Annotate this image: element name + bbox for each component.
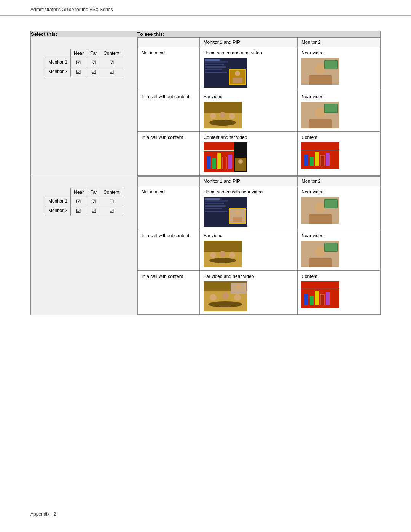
- svg-rect-8: [233, 78, 242, 83]
- section1-select: Near Far Content Monitor 1 ☑ ☑ ☑ Monitor…: [31, 37, 137, 176]
- s2-row-in-call-no-content: In a call without content Far video: [138, 230, 380, 271]
- s2-mon2-2-desc: Near video: [301, 233, 376, 238]
- s2-situation-3: In a call with content: [138, 271, 200, 315]
- s1-mon2-2-desc: Near video: [301, 94, 376, 99]
- s2-mon1-2: Far video: [199, 230, 298, 271]
- s1-mon1-1: Home screen and near video: [199, 47, 298, 91]
- svg-point-63: [229, 252, 235, 258]
- svg-rect-3: [205, 66, 226, 68]
- svg-rect-45: [205, 203, 224, 204]
- near-col-header-2: Near: [70, 188, 87, 197]
- near-col-header: Near: [70, 49, 87, 58]
- far-col-header: Far: [87, 49, 100, 58]
- homescreen-near-image: [204, 197, 247, 227]
- page-footer: Appendix - 2: [30, 511, 56, 517]
- s2-situation-1: Not in a call: [138, 186, 200, 230]
- s1-mon1-3-desc: Content and far video: [204, 135, 294, 140]
- svg-point-7: [235, 71, 240, 76]
- svg-rect-57: [325, 200, 337, 208]
- table-header-row: Select this: To see this:: [31, 31, 381, 37]
- svg-point-72: [210, 294, 217, 301]
- content-far-image-1: [204, 142, 247, 172]
- s2-mon1-2-desc: Far video: [204, 233, 294, 238]
- s2-monitor2-label: Monitor 2: [45, 206, 70, 216]
- s2-monitor1-row: Monitor 1 ☑ ☑ ☐: [45, 197, 123, 206]
- svg-rect-4: [205, 69, 222, 70]
- content-col-header-2: Content: [100, 188, 123, 197]
- content-image-2: [301, 281, 339, 308]
- svg-rect-52: [205, 198, 220, 200]
- svg-point-17: [209, 120, 236, 126]
- s2-mon1-near-check: ☑: [70, 197, 87, 206]
- svg-rect-48: [205, 211, 227, 212]
- select-header: Select this:: [31, 31, 137, 37]
- s2-mon2-label: Monitor 2: [298, 177, 380, 186]
- s2-mon2-1: Near video: [298, 186, 380, 230]
- main-table: Select this: To see this: Near Far Conte…: [30, 31, 381, 315]
- svg-point-60: [209, 258, 236, 263]
- section2-see: Monitor 1 and PIP Monitor 2 Not in a cal…: [137, 176, 381, 315]
- s1-mon2-1: Near video: [298, 47, 380, 91]
- svg-rect-1: [205, 61, 228, 63]
- svg-rect-51: [233, 217, 242, 222]
- svg-point-35: [238, 159, 243, 164]
- svg-rect-42: [326, 153, 330, 166]
- s2-row-not-in-call: Not in a call Home screen with near vide…: [138, 186, 380, 230]
- far-video-image-2: [204, 241, 242, 267]
- s2-mon2-2: Near video: [298, 230, 380, 271]
- monitor2-row: Monitor 2 ☑ ☑ ☑: [45, 67, 123, 77]
- svg-point-22: [315, 107, 326, 118]
- s1-situation-3: In a call with content: [138, 132, 200, 176]
- svg-point-62: [220, 251, 226, 257]
- svg-rect-30: [212, 158, 216, 169]
- s1-situation-2: In a call without content: [138, 91, 200, 132]
- svg-rect-47: [205, 208, 222, 209]
- page-content: Select this: To see this: Near Far Conte…: [0, 16, 411, 330]
- s2-mon1-pip-label: Monitor 1 and PIP: [199, 177, 298, 186]
- s2-mon1-content-check: ☐: [100, 197, 123, 206]
- far-video-image-1: [204, 102, 242, 128]
- monitor1-label: Monitor 1: [45, 58, 70, 67]
- near-video-image-4: [301, 241, 339, 267]
- section1-row: Near Far Content Monitor 1 ☑ ☑ ☑ Monitor…: [31, 37, 381, 176]
- s1-mon2-2: Near video: [298, 91, 380, 132]
- svg-rect-55: [309, 214, 332, 224]
- s1-mon1-2-desc: Far video: [204, 94, 294, 99]
- s2-mon2-1-desc: Near video: [301, 189, 376, 195]
- svg-rect-46: [205, 205, 226, 207]
- mon2-near-check: ☑: [70, 67, 87, 77]
- svg-rect-44: [205, 200, 228, 202]
- s1-mon1-3: Content and far video: [199, 132, 298, 176]
- s2-mon1-3: Far video and near video: [199, 271, 298, 315]
- svg-point-76: [236, 284, 241, 289]
- svg-rect-66: [309, 258, 332, 267]
- section1-see: Monitor 1 and PIP Monitor 2 Not in a cal…: [137, 37, 381, 176]
- s2-mon2-3-desc: Content: [301, 274, 376, 279]
- mon1-near-check: ☑: [70, 58, 87, 67]
- svg-rect-14: [325, 61, 337, 69]
- s2-mon2-near-check: ☑: [70, 206, 87, 216]
- section2-row: Near Far Content Monitor 1 ☑ ☑ ☐ Monitor…: [31, 176, 381, 315]
- s1-mon2-3-desc: Content: [301, 135, 376, 140]
- svg-rect-38: [304, 155, 308, 166]
- svg-point-11: [315, 63, 326, 74]
- svg-rect-12: [309, 75, 332, 85]
- svg-rect-9: [205, 59, 220, 61]
- svg-rect-25: [325, 104, 337, 112]
- section2-inner-table: Near Far Content Monitor 1 ☑ ☑ ☐ Monitor…: [45, 188, 123, 216]
- s2-mon1-1: Home screen with near video: [199, 186, 298, 230]
- s2-mon2-content-check: ☑: [100, 206, 123, 216]
- section1-see-table: Monitor 1 and PIP Monitor 2 Not in a cal…: [137, 37, 380, 176]
- section1-subheader: Monitor 1 and PIP Monitor 2: [138, 38, 380, 47]
- header-title: Administrator's Guide for the VSX Series: [30, 7, 113, 12]
- svg-rect-33: [228, 155, 232, 169]
- s1-row-in-call-content: In a call with content Content and far v…: [138, 132, 380, 176]
- svg-point-50: [235, 210, 240, 215]
- svg-rect-32: [223, 157, 226, 169]
- s2-mon1-far-check: ☑: [87, 197, 100, 206]
- s1-mon2-3: Content: [298, 132, 380, 176]
- s1-mon2-1-desc: Near video: [301, 50, 376, 56]
- footer-text: Appendix - 2: [30, 511, 56, 517]
- svg-point-73: [222, 292, 229, 299]
- svg-rect-68: [325, 243, 337, 251]
